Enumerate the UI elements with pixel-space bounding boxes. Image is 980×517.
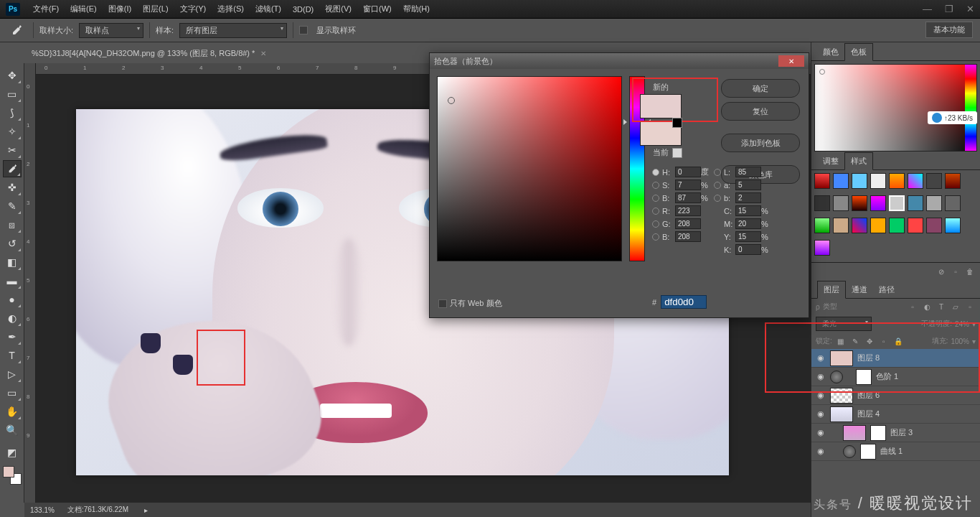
style-swatch[interactable] bbox=[926, 195, 942, 211]
layer-row[interactable]: ◉图层 4 bbox=[811, 405, 980, 424]
workspace-switcher[interactable]: 基本功能 bbox=[925, 22, 973, 38]
style-swatch[interactable] bbox=[852, 218, 867, 233]
tab-swatches[interactable]: 色板 bbox=[844, 43, 873, 61]
shape-tool[interactable]: ▭ bbox=[3, 384, 22, 401]
current-tool-eyedropper-icon[interactable] bbox=[6, 22, 27, 39]
websafe-swatch[interactable] bbox=[672, 148, 682, 158]
style-swatch[interactable] bbox=[833, 195, 849, 211]
style-swatch[interactable] bbox=[870, 195, 886, 211]
clear-style-icon[interactable]: ⊘ bbox=[936, 266, 947, 277]
history-brush-tool[interactable]: ↺ bbox=[3, 235, 22, 252]
layer-row[interactable]: ◉曲线 1 bbox=[811, 442, 980, 461]
document-tab[interactable]: %SD}31J8[4{A[N4Q_DH32OM.png @ 133% (图层 8… bbox=[24, 45, 273, 62]
type-tool[interactable]: T bbox=[3, 347, 22, 364]
style-swatch[interactable] bbox=[945, 195, 961, 211]
tab-adjust[interactable]: 调整 bbox=[817, 153, 844, 169]
radio-bb[interactable] bbox=[652, 233, 659, 241]
style-swatch[interactable] bbox=[908, 195, 923, 211]
style-swatch[interactable] bbox=[889, 195, 905, 211]
fg-bg-swatch[interactable] bbox=[3, 466, 22, 485]
value-s[interactable] bbox=[675, 180, 701, 190]
window-maximize[interactable]: ❐ bbox=[945, 4, 953, 14]
style-swatch[interactable] bbox=[833, 218, 849, 233]
menu-window[interactable]: 窗口(W) bbox=[357, 4, 397, 14]
style-swatch[interactable] bbox=[889, 218, 905, 233]
healing-tool[interactable]: ✜ bbox=[3, 179, 22, 196]
filter-pixel-icon[interactable]: ▫ bbox=[907, 301, 918, 312]
style-swatch[interactable] bbox=[945, 173, 961, 189]
style-swatch[interactable] bbox=[926, 173, 942, 189]
path-select-tool[interactable]: ▷ bbox=[3, 365, 22, 383]
new-style-icon[interactable]: ▫ bbox=[950, 266, 961, 277]
value-g[interactable] bbox=[675, 218, 701, 229]
hand-tool[interactable]: ✋ bbox=[3, 403, 22, 420]
value-l[interactable] bbox=[735, 167, 761, 177]
menu-type[interactable]: 文字(Y) bbox=[174, 4, 212, 14]
web-colors-checkbox[interactable] bbox=[438, 299, 447, 308]
style-swatch[interactable] bbox=[889, 173, 905, 189]
style-swatch[interactable] bbox=[870, 173, 886, 189]
radio-b2[interactable] bbox=[714, 195, 721, 202]
eyedropper-tool[interactable] bbox=[3, 160, 22, 177]
filter-smart-icon[interactable]: ▫ bbox=[964, 301, 976, 312]
radio-a[interactable] bbox=[714, 182, 721, 189]
value-b2[interactable] bbox=[735, 192, 761, 203]
zoom-level[interactable]: 133.1% bbox=[30, 506, 55, 514]
value-a[interactable] bbox=[735, 180, 761, 190]
radio-s[interactable] bbox=[652, 182, 659, 189]
color-field[interactable] bbox=[437, 76, 622, 261]
filter-adjust-icon[interactable]: ◐ bbox=[921, 301, 933, 312]
style-swatch[interactable] bbox=[908, 173, 923, 189]
zoom-tool[interactable]: 🔍 bbox=[3, 421, 22, 439]
tab-styles[interactable]: 样式 bbox=[844, 152, 873, 170]
add-swatch-button[interactable]: 添加到色板 bbox=[721, 134, 800, 152]
stamp-tool[interactable]: ⧇ bbox=[3, 216, 22, 233]
quick-mask[interactable]: ◩ bbox=[3, 444, 22, 461]
style-swatch[interactable] bbox=[814, 240, 830, 256]
style-swatch[interactable] bbox=[852, 195, 867, 211]
menu-file[interactable]: 文件(F) bbox=[27, 4, 65, 14]
style-swatch[interactable] bbox=[926, 218, 942, 233]
visibility-icon[interactable]: ◉ bbox=[816, 428, 826, 437]
marquee-tool[interactable]: ▭ bbox=[3, 85, 22, 103]
blur-tool[interactable]: ● bbox=[3, 291, 22, 308]
style-swatch[interactable] bbox=[908, 218, 923, 233]
menu-3d[interactable]: 3D(D) bbox=[287, 5, 319, 14]
style-swatch[interactable] bbox=[870, 218, 886, 233]
move-tool[interactable]: ✥ bbox=[3, 67, 22, 84]
menu-help[interactable]: 帮助(H) bbox=[397, 4, 435, 14]
radio-b[interactable] bbox=[652, 195, 659, 202]
radio-h[interactable] bbox=[652, 169, 659, 176]
style-swatch[interactable] bbox=[814, 195, 830, 211]
value-bb[interactable] bbox=[675, 231, 701, 242]
tab-color[interactable]: 颜色 bbox=[817, 44, 844, 60]
style-swatch[interactable] bbox=[852, 173, 867, 189]
dodge-tool[interactable]: ◐ bbox=[3, 309, 22, 327]
radio-l[interactable] bbox=[714, 169, 721, 176]
dialog-close-button[interactable]: ✕ bbox=[778, 55, 804, 67]
menu-view[interactable]: 视图(V) bbox=[319, 4, 357, 14]
value-c[interactable] bbox=[735, 205, 761, 216]
layer-row[interactable]: ◉图层 3 bbox=[811, 424, 980, 442]
value-b[interactable] bbox=[675, 192, 701, 203]
value-r[interactable] bbox=[675, 205, 701, 216]
filter-type-icon[interactable]: T bbox=[936, 301, 947, 312]
style-swatch[interactable] bbox=[945, 218, 961, 233]
crop-tool[interactable]: ✂ bbox=[3, 141, 22, 159]
style-swatch[interactable] bbox=[814, 173, 830, 189]
tab-paths[interactable]: 路径 bbox=[873, 281, 900, 298]
visibility-icon[interactable]: ◉ bbox=[816, 409, 826, 419]
window-close[interactable]: ✕ bbox=[966, 4, 974, 14]
hex-input[interactable] bbox=[661, 295, 707, 309]
visibility-icon[interactable]: ◉ bbox=[816, 447, 826, 456]
dialog-titlebar[interactable]: 拾色器（前景色） ✕ bbox=[430, 53, 809, 69]
tab-layers[interactable]: 图层 bbox=[817, 281, 846, 299]
value-h[interactable] bbox=[675, 167, 701, 177]
radio-r[interactable] bbox=[652, 208, 659, 215]
menu-select[interactable]: 选择(S) bbox=[212, 4, 250, 14]
tab-channels[interactable]: 通道 bbox=[846, 281, 873, 298]
reset-button[interactable]: 复位 bbox=[721, 102, 800, 121]
menu-edit[interactable]: 编辑(E) bbox=[65, 4, 103, 14]
wand-tool[interactable]: ✧ bbox=[3, 123, 22, 140]
value-m[interactable] bbox=[735, 218, 761, 229]
